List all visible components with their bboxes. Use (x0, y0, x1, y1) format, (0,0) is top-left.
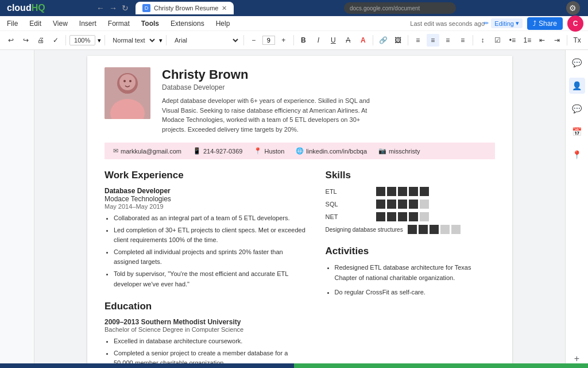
comments-icon[interactable]: 💬 (569, 55, 585, 71)
editing-dropdown-icon[interactable]: ▾ (516, 20, 519, 27)
edu-entry-0: 2009–2013 Southern Methodist University … (105, 318, 308, 368)
activity-0: Redesigned ETL database architecture for… (335, 263, 495, 283)
menu-edit[interactable]: Edit (27, 18, 44, 29)
menu-extensions[interactable]: Extensions (168, 18, 207, 29)
menu-bar: File Edit View Insert Format Tools Exten… (0, 16, 588, 31)
contact-email: ✉ markkula@gmail.com (113, 147, 181, 155)
font-size-increase[interactable]: + (277, 34, 290, 47)
contact-linkedin: 🌐 linkedin.com/in/bcbqa (296, 147, 367, 155)
skill-name-0: ETL (326, 188, 372, 195)
text-color-button[interactable]: A (357, 34, 369, 47)
increase-indent[interactable]: ⇥ (551, 34, 563, 47)
zoom-display[interactable]: 100% (69, 35, 95, 45)
user-avatar[interactable]: C (567, 16, 583, 32)
menu-format[interactable]: Format (106, 18, 132, 29)
link-button[interactable]: 🔗 (377, 34, 389, 47)
style-select[interactable]: Normal text Heading 1 Heading 2 (108, 36, 157, 45)
skill-bars-2 (376, 212, 429, 221)
separator-8 (473, 35, 473, 45)
tab-title: Christy Brown Resume (154, 5, 218, 12)
menu-view[interactable]: View (51, 18, 70, 29)
skill-bar-0-0 (376, 187, 385, 196)
main-area: Christy Brown Database Developer Adept d… (0, 50, 588, 368)
skill-bar-2-4 (420, 212, 429, 221)
last-edit: Last edit was seconds ago (410, 20, 485, 27)
strikethrough-button[interactable]: A (342, 34, 354, 47)
tab-close[interactable]: ✕ (222, 5, 227, 12)
style-dropdown-icon: ▾ (159, 37, 163, 44)
refresh-icon[interactable]: ↻ (122, 3, 129, 13)
job-entry-0: Database Developer Modace Technologies M… (105, 187, 308, 289)
skill-bar-2-1 (387, 212, 396, 221)
redo-button[interactable]: ↪ (20, 34, 32, 47)
font-size-display[interactable]: 9 (262, 36, 275, 45)
undo-button[interactable]: ↩ (5, 34, 17, 47)
italic-button[interactable]: I (312, 34, 324, 47)
maps-icon[interactable]: 📍 (569, 147, 585, 163)
skill-row-2: NET (326, 212, 495, 221)
document-area[interactable]: Christy Brown Database Developer Adept d… (34, 50, 565, 368)
separator-9 (567, 35, 567, 45)
font-select[interactable]: Arial Times New Roman (170, 36, 240, 45)
bullet-list-btn[interactable]: •≡ (506, 34, 519, 47)
align-justify[interactable]: ≡ (457, 34, 469, 47)
skill-row-1: SQL (326, 200, 495, 209)
zoom-dropdown[interactable]: ▾ (98, 37, 101, 44)
profile-photo (105, 67, 150, 119)
phone-icon: 📱 (193, 147, 201, 155)
menu-help[interactable]: Help (214, 18, 233, 29)
chat-icon[interactable]: 💬 (569, 101, 585, 117)
skill-bars-0 (376, 187, 429, 196)
nav-icons[interactable]: ← → ↻ (96, 3, 129, 13)
bottom-bar (0, 363, 588, 368)
contact-phone: 📱 214-927-0369 (193, 147, 243, 155)
separator-7 (408, 35, 408, 45)
clear-formatting[interactable]: Tx (571, 34, 583, 47)
people-icon[interactable]: 👤 (569, 78, 585, 94)
location-text: Huston (264, 148, 284, 155)
spellcheck-button[interactable]: ✓ (49, 34, 62, 47)
align-left[interactable]: ≡ (412, 34, 424, 47)
underline-button[interactable]: U (327, 34, 339, 47)
checklist[interactable]: ☑ (491, 34, 504, 47)
print-button[interactable]: 🖨 (34, 34, 47, 47)
education-section: Education 2009–2013 Southern Methodist U… (105, 301, 308, 368)
editing-badge[interactable]: Editing ▾ (491, 18, 523, 28)
contact-bar: ✉ markkula@gmail.com 📱 214-927-0369 📍 Hu… (105, 143, 495, 159)
numbered-list[interactable]: 1≡ (521, 34, 533, 47)
edu-degree-0: Bachelor of Science Degree in Computer S… (105, 326, 308, 333)
skill-name-3: Designing database structures (326, 227, 403, 233)
browser-tab[interactable]: D Christy Brown Resume ✕ (136, 2, 234, 14)
separator-5 (293, 35, 294, 45)
email-icon: ✉ (113, 147, 118, 155)
address-bar[interactable]: docs.google.com/document (344, 2, 457, 14)
forward-icon[interactable]: → (109, 3, 117, 13)
image-button[interactable]: 🖼 (392, 34, 404, 47)
menu-insert[interactable]: Insert (77, 18, 99, 29)
activities-section: Activities Redesigned ETL database archi… (326, 246, 495, 298)
formatting-bar: ↩ ↪ 🖨 ✓ 100% ▾ Normal text Heading 1 Hea… (0, 31, 588, 49)
svg-point-5 (129, 80, 131, 82)
font-size-decrease[interactable]: − (247, 34, 260, 47)
expand-panel-icon[interactable]: + (574, 354, 579, 364)
two-column-body: Work Experience Database Developer Modac… (105, 170, 495, 368)
share-button[interactable]: ⤴ Share (527, 17, 563, 30)
align-center[interactable]: ≡ (427, 34, 439, 47)
align-right[interactable]: ≡ (442, 34, 454, 47)
skill-bar-0-2 (398, 187, 407, 196)
skill-bar-1-2 (398, 200, 407, 209)
calendar-icon[interactable]: 📅 (569, 124, 585, 140)
skill-bars-1 (376, 200, 429, 209)
decrease-indent[interactable]: ⇤ (536, 34, 548, 47)
editing-label: Editing (494, 20, 514, 27)
back-icon[interactable]: ← (96, 3, 105, 13)
linkedin-icon: 🌐 (296, 147, 304, 155)
chrome-icon-1[interactable]: ⚙ (566, 1, 580, 15)
location-icon: 📍 (254, 147, 262, 155)
line-spacing[interactable]: ↕ (476, 34, 489, 47)
bold-button[interactable]: B (297, 34, 310, 47)
chrome-actions: ⚙ (566, 1, 580, 15)
menu-tools[interactable]: Tools (139, 18, 161, 29)
menu-file[interactable]: File (5, 18, 20, 29)
skill-bar-3-3 (440, 225, 450, 234)
